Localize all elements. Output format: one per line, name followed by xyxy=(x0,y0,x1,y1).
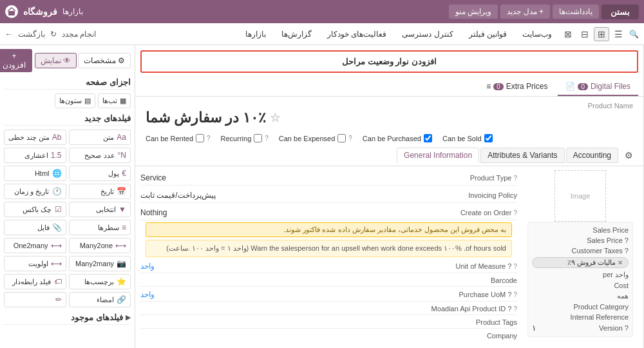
kanban-view-button[interactable]: ⊟ xyxy=(577,27,592,41)
sub-tab-accounting[interactable]: Accounting xyxy=(566,148,618,163)
sub-tab-general[interactable]: General Information xyxy=(397,148,479,163)
field-tile-image[interactable]: 📷 Many2many xyxy=(69,256,131,271)
rp-tab-display-icon: 👁 xyxy=(63,56,71,65)
integer-field-label: عدد صحیح xyxy=(84,151,115,160)
moadian-api-field: ? ? Moadian Api Product ID xyxy=(140,303,517,315)
grid-view-button[interactable]: ⊠ xyxy=(560,27,576,41)
customer-taxes-row: ? Customer Taxes xyxy=(532,247,629,255)
edit-menu-button[interactable]: ویرایش منو xyxy=(449,5,498,19)
websites-btn[interactable]: وب‌سایت xyxy=(515,27,559,41)
field-tile-related[interactable]: 🔗 امضاء xyxy=(69,292,131,307)
product-image[interactable]: Image xyxy=(554,170,606,222)
field-tile-checkbox[interactable]: ☑ چک باکس xyxy=(4,202,66,217)
add-new-button[interactable]: + مدل جدید xyxy=(500,5,550,19)
checkbox-field-label: چک باکس xyxy=(23,206,52,214)
tabs-tile-label: تب‌ها xyxy=(102,97,117,105)
access-control-btn[interactable]: کنترل دسترسی xyxy=(395,27,460,41)
auto-actions-btn[interactable]: فعالیت‌های خودکار xyxy=(320,27,393,41)
field-tile-signature[interactable]: ✏ xyxy=(4,292,66,307)
datetime-field-icon: 🕐 xyxy=(52,187,62,196)
tabs-tile-icon: ▦ xyxy=(120,97,126,105)
can-be-purchased-checkbox[interactable]: Can be Purchased xyxy=(363,134,432,142)
markets-btn[interactable]: بازارها xyxy=(238,27,273,41)
rp-tab-display[interactable]: 👁 نمایش xyxy=(35,53,77,68)
rp-tabs: ⚙ مشخصات 👁 نمایش xyxy=(35,53,131,68)
signature-field-icon: ✏ xyxy=(55,295,62,304)
field-tile-many2many[interactable]: ⟷ اولویت xyxy=(4,256,66,271)
per-unit-row: واحد per xyxy=(532,271,629,279)
multiline-field-label: متن چند خطی xyxy=(8,133,50,142)
list-view-button[interactable]: ☰ xyxy=(611,27,627,41)
field-tile-tags[interactable]: 🏷 فیلد رابطه‌دار xyxy=(4,274,66,289)
can-be-sold-checkbox[interactable]: Can be Sold xyxy=(442,134,493,142)
integer-field-icon: N° xyxy=(118,151,126,160)
currency-field-icon: € xyxy=(122,169,126,178)
company-field: Company xyxy=(140,330,517,342)
field-tile-many2one[interactable]: ⟷ Many2one xyxy=(69,238,131,253)
tab-extra-prices[interactable]: Extra Prices 0 ≡ xyxy=(478,78,555,96)
create-on-order-field: ? Create on Order Nothing xyxy=(140,205,517,220)
star-icon[interactable]: ☆ xyxy=(270,111,280,125)
one2many-field-icon: ⟷ xyxy=(51,241,62,250)
tab-digital-files[interactable]: Digital Files 0 📄 xyxy=(558,78,638,96)
product-category-row: Product Category xyxy=(532,303,629,311)
rp-tab-properties-label: مشخصات xyxy=(84,56,116,65)
redo-icon: ↻ xyxy=(50,30,57,39)
form-panel: افزودن نوار وضعیت مراحل Digital Files 0 … xyxy=(135,45,644,348)
can-be-expensed-checkbox[interactable]: ? Can be Expensed xyxy=(279,134,352,142)
field-tile-datetime[interactable]: 🕐 تاریخ و زمان xyxy=(4,184,66,199)
html-field-icon: 🌐 xyxy=(52,169,62,178)
sub-tab-attributes[interactable]: Attributes & Variants xyxy=(480,148,565,163)
recurring-checkbox[interactable]: ? Recurring xyxy=(221,134,269,142)
tags-field-icon: 🏷 xyxy=(54,277,62,286)
field-tile-currency[interactable]: € پول xyxy=(69,166,131,181)
second-navigation: 🔍 ☰ ⊞ ⊟ ⊠ وب‌سایت قوانین فیلتر کنترل دست… xyxy=(0,23,644,45)
purchase-uom-field: ? ? Purchase UoM واحد xyxy=(140,288,517,302)
form-view-button[interactable]: ⊞ xyxy=(594,27,609,41)
tab-digital-files-label: Digital Files xyxy=(591,82,630,91)
tab-digital-files-badge: 0 xyxy=(578,83,588,90)
filter-rules-btn[interactable]: قوانین فیلتر xyxy=(462,27,514,41)
top-nav-right: بازارها فروشگاه xyxy=(5,5,83,18)
product-title: ☆ ۱۰٪ در سفارش شما xyxy=(146,110,633,126)
priority-field-icon: ⭐ xyxy=(117,277,126,286)
field-tile-text[interactable]: Aa متن xyxy=(69,130,131,145)
tax-remove-icon[interactable]: ✕ xyxy=(618,259,623,266)
columns-tile[interactable]: ▤ ستون‌ها xyxy=(55,93,95,108)
version-value: ۱ xyxy=(532,324,536,333)
existing-fields-title[interactable]: ▶ فیلدهای موجود xyxy=(4,313,131,325)
multiline-field-icon: Ab xyxy=(52,133,62,142)
field-tile-date[interactable]: 📅 تاریخ xyxy=(69,184,131,199)
invoicing-policy-label: Invoicing Policy xyxy=(468,191,517,199)
add-button[interactable]: + افزودن xyxy=(0,49,32,72)
decimal-field-icon: 1.5 xyxy=(51,151,62,160)
field-tile-decimal[interactable]: 1.5 اعشاری xyxy=(4,148,66,163)
tax-badge: ✕ مالیات فروش ۹٪ xyxy=(532,257,629,268)
field-tile-integer[interactable]: N° عدد صحیح xyxy=(69,148,131,163)
tabs-tile[interactable]: ▦ تب‌ها xyxy=(98,93,131,108)
back-button[interactable]: بستن xyxy=(601,5,639,19)
status-bar[interactable]: افزودن نوار وضعیت مراحل xyxy=(140,50,638,73)
right-panel: ⚙ مشخصات 👁 نمایش + افزودن اجزای صفحه ▦ ت… xyxy=(0,45,135,348)
sales-price-row: Sales Price xyxy=(532,226,629,234)
sales-price-label: Sales Price xyxy=(592,226,629,234)
field-tile-rows[interactable]: ≡ سطرها xyxy=(69,220,131,235)
tax-badge-label: مالیات فروش ۹٪ xyxy=(567,258,616,267)
notes-button[interactable]: یادداشت‌ها xyxy=(553,5,599,19)
cost-row: Cost xyxy=(532,282,629,289)
top-navigation: بستن یادداشت‌ها + مدل جدید ویرایش منو با… xyxy=(0,0,644,23)
page-parts-tiles: ▦ تب‌ها ▤ ستون‌ها xyxy=(4,93,131,108)
decimal-field-label: اعشاری xyxy=(24,151,48,160)
reports-btn[interactable]: گزارش‌ها xyxy=(274,27,319,41)
field-tile-file[interactable]: 📎 فایل xyxy=(4,220,66,235)
can-be-rented-checkbox[interactable]: ? Can be Rented xyxy=(146,134,211,142)
field-tile-html[interactable]: 🌐 Html xyxy=(4,166,66,181)
field-tile-selection[interactable]: ▼ انتخابی xyxy=(69,202,131,217)
rp-tab-properties[interactable]: ⚙ مشخصات xyxy=(78,53,131,68)
field-tile-multiline[interactable]: Ab متن چند خطی xyxy=(4,130,66,145)
field-tile-one2many[interactable]: ⟷ One2many xyxy=(4,238,66,253)
settings-gear-icon[interactable]: ⚙ xyxy=(620,148,638,163)
field-tile-priority[interactable]: ⭐ برچسب‌ها xyxy=(69,274,131,289)
text-field-label: متن xyxy=(103,133,114,142)
product-type-label: ? Product Type xyxy=(470,174,517,182)
